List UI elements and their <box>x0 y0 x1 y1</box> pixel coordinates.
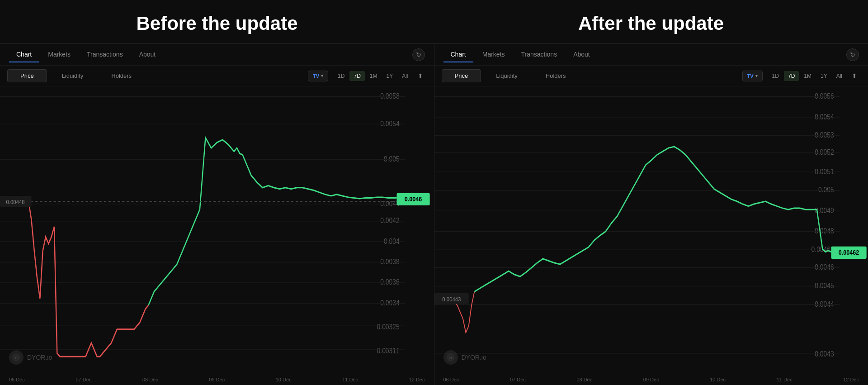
svg-text:D: D <box>15 356 18 360</box>
svg-text:0.0054: 0.0054 <box>815 112 834 120</box>
svg-text:0.0053: 0.0053 <box>815 131 834 139</box>
before-title: Before the update <box>0 13 434 34</box>
after-tf-1d[interactable]: 1D <box>768 71 783 81</box>
after-watermark-text: DYOR.io <box>462 354 486 361</box>
before-tv-chevron: ▾ <box>321 73 323 78</box>
after-title: After the update <box>434 13 868 34</box>
before-subtab-holders[interactable]: Holders <box>98 69 145 82</box>
svg-text:0.0048: 0.0048 <box>815 227 834 235</box>
before-nav: Chart Markets Transactions About ↻ <box>0 44 434 66</box>
after-tv-icon: TV <box>747 73 754 79</box>
svg-text:0.0046: 0.0046 <box>405 195 422 203</box>
after-tf-1y[interactable]: 1Y <box>816 71 831 81</box>
after-x-label-3: 09 Dec <box>643 377 659 382</box>
after-nav: Chart Markets Transactions About ↻ <box>434 44 868 66</box>
before-watermark-text: DYOR.io <box>27 354 52 361</box>
before-x-label-2: 08 Dec <box>142 377 158 382</box>
svg-text:0.00311: 0.00311 <box>377 346 400 354</box>
before-tf-7d[interactable]: 7D <box>349 71 364 81</box>
svg-text:0.00462: 0.00462 <box>838 248 859 256</box>
after-tab-about[interactable]: About <box>566 47 597 62</box>
before-share-button[interactable]: ⬆ <box>414 71 427 81</box>
after-sub-nav: Price Liquidity Holders TV ▾ 1D 7D 1M 1Y… <box>434 66 868 86</box>
after-tf-1m[interactable]: 1M <box>800 71 816 81</box>
before-panel: Chart Markets Transactions About ↻ Price… <box>0 43 434 385</box>
after-x-label-5: 11 Dec <box>777 377 793 382</box>
before-tf-1d[interactable]: 1D <box>334 71 349 81</box>
after-subtab-liquidity[interactable]: Liquidity <box>483 69 531 82</box>
before-tab-transactions[interactable]: Transactions <box>80 47 130 62</box>
svg-text:0.0056: 0.0056 <box>815 92 834 100</box>
after-x-labels: 06 Dec 07 Dec 08 Dec 09 Dec 10 Dec 11 De… <box>443 377 859 382</box>
before-tab-about[interactable]: About <box>132 47 163 62</box>
before-header: Before the update <box>0 0 434 43</box>
after-tab-markets[interactable]: Markets <box>475 47 512 62</box>
after-tv-chevron: ▾ <box>755 73 758 78</box>
svg-text:D: D <box>449 356 452 360</box>
after-watermark-icon: D <box>443 350 458 365</box>
after-refresh-button[interactable]: ↻ <box>846 48 859 61</box>
after-watermark: D DYOR.io <box>443 350 486 365</box>
after-x-label-6: 12 Dec <box>843 377 859 382</box>
after-x-label-0: 06 Dec <box>443 377 459 382</box>
svg-text:0.0051: 0.0051 <box>815 167 834 175</box>
before-x-axis: 06 Dec 07 Dec 08 Dec 09 Dec 10 Dec 11 De… <box>0 374 434 385</box>
before-watermark-icon: D <box>9 350 24 365</box>
before-subtab-price[interactable]: Price <box>7 69 47 82</box>
svg-text:0.0038: 0.0038 <box>380 257 399 266</box>
svg-text:0.0036: 0.0036 <box>380 278 399 286</box>
before-tf-1y[interactable]: 1Y <box>382 71 397 81</box>
after-header: After the update <box>434 0 868 43</box>
svg-text:0.004: 0.004 <box>384 237 400 245</box>
before-chart-area: 0.0058 0.0054 0.005 0.0044 0.0042 0.004 … <box>0 86 434 374</box>
before-tf-all[interactable]: All <box>398 71 412 81</box>
svg-text:0.00325: 0.00325 <box>377 323 400 331</box>
after-tab-chart[interactable]: Chart <box>443 47 473 62</box>
after-subtab-price[interactable]: Price <box>442 69 481 82</box>
svg-text:0.0044: 0.0044 <box>815 300 834 308</box>
before-x-labels: 06 Dec 07 Dec 08 Dec 09 Dec 10 Dec 11 De… <box>9 377 425 382</box>
before-x-label-6: 12 Dec <box>409 377 425 382</box>
after-chart-svg: 0.0056 0.0054 0.0053 0.0052 0.0051 0.005… <box>434 86 868 374</box>
before-timeframes: 1D 7D 1M 1Y All <box>334 71 412 81</box>
before-x-label-4: 10 Dec <box>276 377 292 382</box>
svg-text:0.0043: 0.0043 <box>815 350 834 358</box>
after-x-label-4: 10 Dec <box>710 377 726 382</box>
before-tf-1m[interactable]: 1M <box>366 71 382 81</box>
before-x-label-0: 06 Dec <box>9 377 25 382</box>
svg-text:0.005: 0.005 <box>818 185 834 194</box>
svg-text:0.00448: 0.00448 <box>6 199 25 205</box>
after-share-button[interactable]: ⬆ <box>848 71 861 81</box>
after-tf-7d[interactable]: 7D <box>784 71 799 81</box>
after-chart-area: 0.0056 0.0054 0.0053 0.0052 0.0051 0.005… <box>434 86 868 374</box>
before-refresh-button[interactable]: ↻ <box>412 48 425 61</box>
svg-text:0.00443: 0.00443 <box>442 296 461 303</box>
after-x-label-2: 08 Dec <box>576 377 592 382</box>
svg-text:0.0046: 0.0046 <box>815 263 834 271</box>
before-watermark: D DYOR.io <box>9 350 52 365</box>
svg-text:0.0045: 0.0045 <box>815 281 834 290</box>
before-chart-svg: 0.0058 0.0054 0.005 0.0044 0.0042 0.004 … <box>0 86 434 374</box>
before-subtab-liquidity[interactable]: Liquidity <box>49 69 97 82</box>
before-tab-markets[interactable]: Markets <box>41 47 78 62</box>
svg-text:0.0058: 0.0058 <box>380 92 399 100</box>
svg-text:0.0034: 0.0034 <box>380 299 400 307</box>
before-x-label-5: 11 Dec <box>342 377 358 382</box>
before-tv-icon: TV <box>313 73 319 79</box>
after-x-axis: 06 Dec 07 Dec 08 Dec 09 Dec 10 Dec 11 De… <box>434 374 868 385</box>
after-tradingview-button[interactable]: TV ▾ <box>742 71 763 81</box>
svg-text:0.005: 0.005 <box>384 155 400 163</box>
after-subtab-holders[interactable]: Holders <box>533 69 579 82</box>
after-tab-transactions[interactable]: Transactions <box>514 47 565 62</box>
before-tab-chart[interactable]: Chart <box>9 47 39 62</box>
svg-text:0.0042: 0.0042 <box>380 216 399 224</box>
before-sub-nav: Price Liquidity Holders TV ▾ 1D 7D 1M 1Y… <box>0 66 434 86</box>
svg-text:0.0054: 0.0054 <box>380 119 400 127</box>
before-x-label-1: 07 Dec <box>75 377 91 382</box>
after-timeframes: 1D 7D 1M 1Y All <box>768 71 846 81</box>
after-x-label-1: 07 Dec <box>510 377 526 382</box>
svg-text:0.0052: 0.0052 <box>815 148 834 156</box>
before-x-label-3: 09 Dec <box>209 377 225 382</box>
after-tf-all[interactable]: All <box>832 71 846 81</box>
before-tradingview-button[interactable]: TV ▾ <box>308 71 328 81</box>
